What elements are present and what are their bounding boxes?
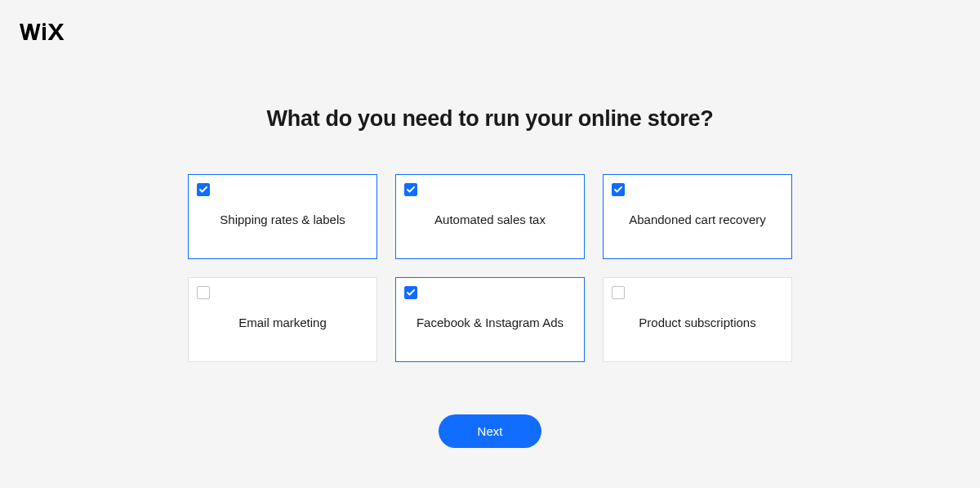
checkbox-icon bbox=[612, 286, 625, 299]
next-button[interactable]: Next bbox=[439, 414, 542, 448]
button-row: Next bbox=[188, 414, 792, 448]
option-label: Shipping rates & labels bbox=[212, 212, 353, 228]
option-automated-sales-tax[interactable]: Automated sales tax bbox=[395, 174, 585, 259]
wix-logo bbox=[20, 23, 65, 44]
checkbox-icon bbox=[612, 183, 625, 196]
options-grid: Shipping rates & labels Automated sales … bbox=[188, 174, 792, 362]
option-product-subscriptions[interactable]: Product subscriptions bbox=[603, 277, 792, 362]
option-email-marketing[interactable]: Email marketing bbox=[188, 277, 377, 362]
checkbox-icon bbox=[404, 183, 417, 196]
option-label: Email marketing bbox=[230, 315, 335, 331]
svg-rect-0 bbox=[42, 27, 46, 40]
onboarding-content: What do you need to run your online stor… bbox=[188, 0, 792, 448]
option-abandoned-cart-recovery[interactable]: Abandoned cart recovery bbox=[603, 174, 792, 259]
page-heading: What do you need to run your online stor… bbox=[188, 106, 792, 132]
checkbox-icon bbox=[197, 183, 210, 196]
svg-point-1 bbox=[42, 23, 46, 26]
checkbox-icon bbox=[197, 286, 210, 299]
option-label: Facebook & Instagram Ads bbox=[408, 315, 572, 331]
checkbox-icon bbox=[404, 286, 417, 299]
option-label: Automated sales tax bbox=[426, 212, 554, 228]
option-shipping-rates-labels[interactable]: Shipping rates & labels bbox=[188, 174, 377, 259]
option-label: Abandoned cart recovery bbox=[621, 212, 774, 228]
option-label: Product subscriptions bbox=[630, 315, 764, 331]
option-facebook-instagram-ads[interactable]: Facebook & Instagram Ads bbox=[395, 277, 585, 362]
